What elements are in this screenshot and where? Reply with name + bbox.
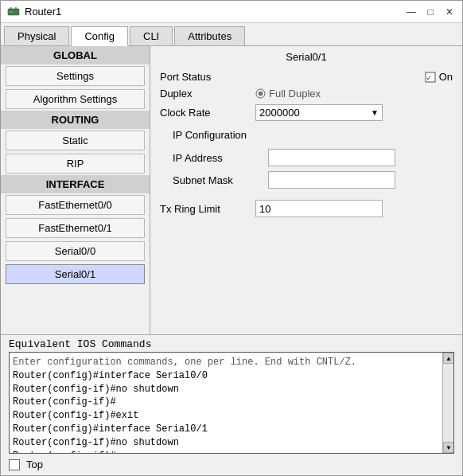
duplex-row: Duplex Full Duplex xyxy=(160,88,453,99)
sidebar-header-routing: ROUTING xyxy=(1,111,150,129)
port-status-checkbox-area: ✓ On xyxy=(425,71,453,83)
sidebar-item-rip[interactable]: RIP xyxy=(6,154,145,174)
bottom-bar: Top xyxy=(1,454,462,475)
subnet-mask-label: Subnet Mask xyxy=(173,174,268,186)
sidebar-header-global: GLOBAL xyxy=(1,46,150,64)
tab-bar: Physical Config CLI Attributes xyxy=(1,23,462,46)
svg-point-1 xyxy=(9,11,10,13)
terminal-line-5: Router(config)#interface Serial0/1 xyxy=(13,423,439,436)
select-arrow-icon: ▼ xyxy=(371,108,379,117)
main-window: Router1 — □ ✕ Physical Config CLI Attrib… xyxy=(0,0,463,476)
sidebar-item-serial01[interactable]: Serial0/1 xyxy=(6,264,145,284)
duplex-label: Duplex xyxy=(160,88,255,99)
scroll-up-button[interactable]: ▲ xyxy=(443,353,454,364)
equivalent-label: Equivalent IOS Commands xyxy=(9,338,454,350)
scroll-track xyxy=(443,364,453,442)
tab-config[interactable]: Config xyxy=(71,26,128,46)
equivalent-section: Equivalent IOS Commands xyxy=(1,335,462,352)
svg-point-8 xyxy=(259,92,263,96)
sidebar-header-interface: INTERFACE xyxy=(1,175,150,193)
terminal-line-0: Enter configuration commands, one per li… xyxy=(13,356,439,369)
panel-title: Serial0/1 xyxy=(150,46,462,68)
terminal-line-1: Router(config)#interface Serial0/0 xyxy=(13,369,439,383)
terminal-box: Enter configuration commands, one per li… xyxy=(9,352,454,454)
terminal-scrollbar[interactable]: ▲ ▼ xyxy=(442,353,453,453)
window-title: Router1 xyxy=(25,6,61,18)
port-status-on-label: On xyxy=(439,71,453,83)
ip-address-label: IP Address xyxy=(173,152,268,164)
duplex-value: Full Duplex xyxy=(269,88,321,99)
clock-rate-row: Clock Rate 2000000 ▼ xyxy=(160,104,453,121)
top-label: Top xyxy=(26,458,43,470)
terminal-line-2: Router(config-if)#no shutdown xyxy=(13,383,439,396)
clock-rate-value: 2000000 xyxy=(259,107,300,119)
terminal-line-6: Router(config-if)#no shutdown xyxy=(13,436,439,450)
tab-cli[interactable]: CLI xyxy=(130,26,173,45)
tx-ring-limit-row: Tx Ring Limit xyxy=(160,200,453,217)
subnet-mask-input[interactable] xyxy=(268,171,395,189)
sidebar-item-serial00[interactable]: Serial0/0 xyxy=(6,241,145,261)
router-icon xyxy=(7,6,20,18)
terminal-line-4: Router(config-if)#exit xyxy=(13,409,439,423)
form-area: Port Status ✓ On Duplex xyxy=(150,68,462,334)
sidebar-item-settings[interactable]: Settings xyxy=(6,66,145,86)
ip-config-label: IP Configuration xyxy=(160,126,247,144)
port-status-row: Port Status ✓ On xyxy=(160,71,453,83)
tab-attributes[interactable]: Attributes xyxy=(174,26,245,45)
sidebar-item-fastethernet00[interactable]: FastEthernet0/0 xyxy=(6,195,145,215)
ip-config-section-row: IP Configuration xyxy=(160,126,453,144)
duplex-radio-area: Full Duplex xyxy=(255,88,321,99)
sidebar: GLOBAL Settings Algorithm Settings ROUTI… xyxy=(1,46,150,334)
sidebar-item-static[interactable]: Static xyxy=(6,131,145,150)
top-checkbox[interactable] xyxy=(9,459,20,470)
ip-address-row: IP Address xyxy=(160,149,453,166)
tab-physical[interactable]: Physical xyxy=(4,26,69,45)
sidebar-item-algorithm-settings[interactable]: Algorithm Settings xyxy=(6,89,145,109)
maximize-button[interactable]: □ xyxy=(424,6,437,18)
svg-text:✓: ✓ xyxy=(426,74,431,83)
title-controls: — □ ✕ xyxy=(405,6,456,18)
clock-rate-select[interactable]: 2000000 ▼ xyxy=(255,104,383,121)
minimize-button[interactable]: — xyxy=(405,6,418,18)
main-panel: Serial0/1 Port Status ✓ On Duplex xyxy=(150,46,462,334)
tx-ring-limit-label: Tx Ring Limit xyxy=(160,203,255,215)
content-area: GLOBAL Settings Algorithm Settings ROUTI… xyxy=(1,46,462,334)
duplex-radio[interactable] xyxy=(255,88,266,99)
title-bar-left: Router1 xyxy=(7,6,61,18)
title-bar: Router1 — □ ✕ xyxy=(1,1,462,23)
sidebar-scroll[interactable]: GLOBAL Settings Algorithm Settings ROUTI… xyxy=(1,46,150,334)
subnet-mask-row: Subnet Mask xyxy=(160,171,453,189)
tx-ring-limit-input[interactable] xyxy=(255,200,383,217)
terminal-line-3: Router(config-if)# xyxy=(13,396,439,409)
sidebar-item-fastethernet01[interactable]: FastEthernet0/1 xyxy=(6,218,145,238)
terminal-line-7: Router(config-if)# xyxy=(13,450,439,453)
svg-point-2 xyxy=(11,11,13,13)
port-status-checkbox[interactable]: ✓ xyxy=(425,72,436,83)
clock-rate-label: Clock Rate xyxy=(160,107,255,119)
terminal-content: Enter configuration commands, one per li… xyxy=(10,353,442,453)
close-button[interactable]: ✕ xyxy=(443,6,456,18)
scroll-down-button[interactable]: ▼ xyxy=(443,442,454,453)
port-status-label: Port Status xyxy=(160,71,255,83)
ip-address-input[interactable] xyxy=(268,149,395,166)
